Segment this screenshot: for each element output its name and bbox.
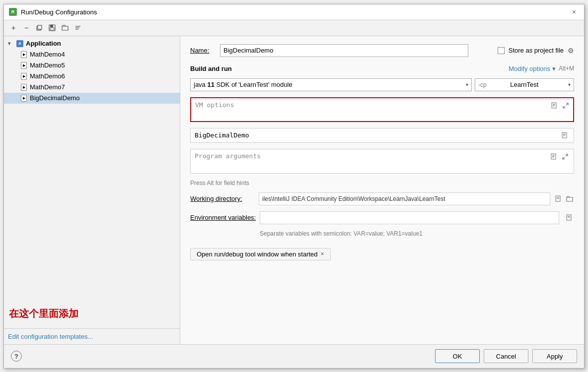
vm-options-placeholder: VM options	[195, 101, 234, 109]
sidebar-bottom: Edit configuration templates...	[4, 328, 180, 344]
remove-button[interactable]: −	[21, 22, 32, 33]
chevron-down-icon: ▾	[466, 82, 468, 87]
main-content: ▾ A Application ▶ MathDemo4	[4, 36, 584, 344]
apply-button[interactable]: Apply	[532, 349, 577, 363]
annotation-text: 在这个里面添加	[4, 299, 180, 328]
sort-icon	[74, 24, 81, 31]
folder-icon	[62, 24, 69, 31]
store-project-label: Store as project file	[509, 47, 564, 54]
ok-button[interactable]: OK	[435, 349, 480, 363]
file-icon: ▶	[20, 94, 28, 102]
cancel-button[interactable]: Cancel	[484, 349, 528, 363]
shortcut-hint: Alt+M	[559, 65, 574, 72]
sidebar-item-mathdemo7[interactable]: ▶ MathDemo7	[4, 82, 180, 93]
sdk-version: 11	[207, 81, 214, 88]
file-icon: ▶	[20, 51, 28, 59]
working-dir-text: iles\IntelliJ IDEA Community Edition\Wor…	[262, 195, 445, 202]
modify-options-label: Modify options	[509, 65, 550, 72]
vm-options-icons	[550, 101, 570, 110]
add-button[interactable]: +	[8, 22, 19, 33]
working-dir-row: Working directory: iles\IntelliJ IDEA Co…	[190, 192, 574, 205]
help-icon[interactable]: ?	[11, 351, 22, 362]
env-vars-label: Environment variables:	[190, 214, 256, 221]
chevron-down-icon: ▾	[568, 82, 571, 87]
vm-options-field[interactable]: VM options	[190, 97, 574, 122]
expand-icon[interactable]	[561, 152, 570, 161]
bottom-bar: ? OK Cancel Apply	[4, 344, 584, 368]
close-button[interactable]: ×	[569, 7, 579, 17]
toolbar: + −	[4, 20, 584, 36]
env-vars-hint: Separate variables with semicolon: VAR=v…	[260, 230, 574, 237]
sidebar-item-mathdemo4[interactable]: ▶ MathDemo4	[4, 49, 180, 60]
store-project-checkbox[interactable]	[498, 47, 505, 54]
chevron-down-icon: ▾	[8, 41, 14, 46]
main-class-icons	[561, 131, 570, 140]
working-dir-label: Working directory:	[190, 195, 255, 202]
copy-icon	[36, 24, 43, 31]
dialog-title: Run/Debug Configurations	[21, 8, 97, 16]
expand-icon[interactable]	[561, 101, 570, 110]
name-label: Name:	[190, 47, 215, 54]
copy-button[interactable]	[34, 22, 45, 33]
sidebar-item-label: MathDemo6	[30, 72, 65, 80]
bottom-left: ?	[11, 351, 22, 362]
edit-icon[interactable]	[554, 194, 563, 203]
open-tool-window-button[interactable]: Open run/debug tool window when started …	[190, 248, 331, 260]
build-run-section-header: Build and run Modify options ▾ Alt+M	[190, 65, 574, 72]
move-button[interactable]	[60, 22, 71, 33]
edit-icon[interactable]	[550, 152, 559, 161]
sidebar-item-mathdemo6[interactable]: ▶ MathDemo6	[4, 71, 180, 82]
prog-args-icons	[550, 152, 570, 161]
sidebar-item-label: BigDecimalDemo	[30, 94, 79, 102]
right-panel: Name: Store as project file ⚙ Build and …	[180, 36, 584, 344]
sdk-row: java 11 SDK of 'LearnTest' module ▾ -cp …	[190, 78, 574, 91]
working-dir-value[interactable]: iles\IntelliJ IDEA Community Edition\Wor…	[259, 192, 550, 205]
edit-icon[interactable]	[565, 213, 574, 222]
prog-args-placeholder: Program arguments	[195, 152, 261, 160]
edit-icon[interactable]	[561, 131, 570, 140]
title-bar: R Run/Debug Configurations ×	[4, 4, 584, 20]
chevron-down-icon: ▾	[552, 65, 556, 72]
modify-options-button[interactable]: Modify options ▾	[509, 65, 556, 72]
program-args-field[interactable]: Program arguments	[190, 149, 574, 174]
file-icon: ▶	[20, 83, 28, 91]
sdk-dropdown[interactable]: java 11 SDK of 'LearnTest' module ▾	[190, 78, 472, 91]
field-hint: Press Alt for field hints	[190, 180, 574, 186]
folder-icon[interactable]	[565, 194, 574, 203]
gear-icon[interactable]: ⚙	[568, 47, 574, 55]
main-class-row: BigDecimalDemo	[190, 128, 574, 143]
build-run-title: Build and run	[190, 65, 232, 72]
cp-dropdown[interactable]: -cp LearnTest ▾	[475, 78, 574, 91]
edit-templates-link[interactable]: Edit configuration templates...	[8, 333, 93, 340]
name-row: Name: Store as project file ⚙	[190, 44, 574, 57]
env-vars-row: Environment variables:	[190, 211, 574, 224]
sidebar-item-bigdecimaldemo[interactable]: ▶ BigDecimalDemo	[4, 93, 180, 104]
file-icon: ▶	[20, 62, 28, 69]
main-class-text: BigDecimalDemo	[195, 131, 249, 139]
svg-rect-4	[50, 28, 54, 30]
sidebar-item-label: Application	[26, 40, 61, 47]
app-icon: R	[9, 8, 17, 16]
svg-rect-3	[50, 25, 53, 27]
save-icon	[49, 24, 56, 31]
store-project-area: Store as project file ⚙	[498, 47, 574, 55]
env-vars-input[interactable]	[260, 211, 559, 224]
save-button[interactable]	[47, 22, 58, 33]
application-icon: A	[16, 40, 24, 48]
working-dir-icons	[554, 194, 574, 203]
close-tag-icon[interactable]: ×	[321, 250, 324, 257]
sidebar-item-mathdemo5[interactable]: ▶ MathDemo5	[4, 60, 180, 71]
sidebar-item-application[interactable]: ▾ A Application	[4, 38, 180, 49]
sort-button[interactable]	[73, 22, 83, 33]
sdk-dropdown-text: java 11 SDK of 'LearnTest' module	[194, 81, 293, 88]
cp-value: LearnTest	[510, 81, 538, 88]
name-input[interactable]	[220, 44, 468, 57]
sidebar-item-label: MathDemo7	[30, 83, 65, 91]
cp-prefix: -cp	[478, 81, 487, 88]
open-tool-window-label: Open run/debug tool window when started	[197, 250, 318, 258]
svg-rect-1	[38, 25, 42, 29]
edit-icon[interactable]	[550, 101, 559, 110]
file-icon: ▶	[20, 72, 28, 80]
sidebar-item-label: MathDemo4	[30, 51, 65, 58]
sidebar-item-label: MathDemo5	[30, 62, 65, 69]
